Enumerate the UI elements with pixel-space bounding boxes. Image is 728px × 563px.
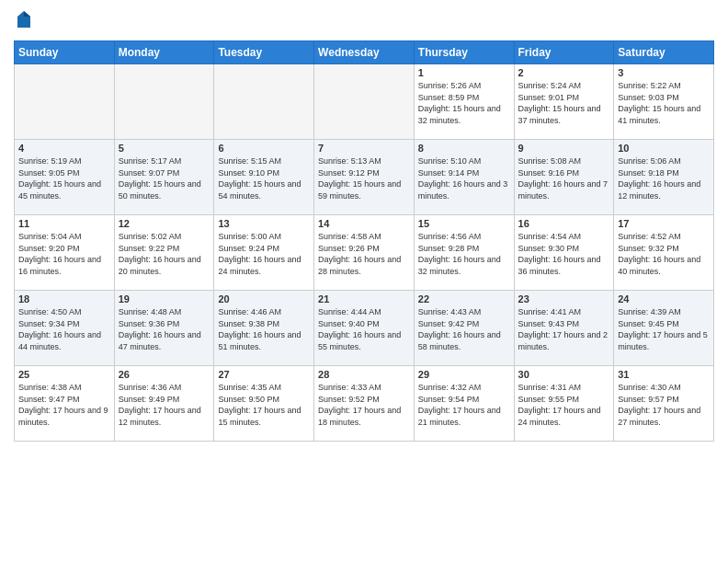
day-number: 17 bbox=[618, 218, 710, 229]
calendar-day: 21 Sunrise: 4:44 AM Sunset: 9:40 PM Dayl… bbox=[314, 291, 415, 366]
day-info: Sunrise: 4:32 AM Sunset: 9:54 PM Dayligh… bbox=[418, 382, 510, 428]
day-info: Sunrise: 5:10 AM Sunset: 9:14 PM Dayligh… bbox=[418, 155, 510, 201]
day-info: Sunrise: 5:04 AM Sunset: 9:20 PM Dayligh… bbox=[18, 231, 110, 277]
calendar-day bbox=[314, 64, 415, 140]
calendar-day: 25 Sunrise: 4:38 AM Sunset: 9:47 PM Dayl… bbox=[15, 366, 115, 442]
day-info: Sunrise: 4:30 AM Sunset: 9:57 PM Dayligh… bbox=[618, 382, 710, 428]
calendar-day: 11 Sunrise: 5:04 AM Sunset: 9:20 PM Dayl… bbox=[15, 215, 115, 291]
day-number: 9 bbox=[518, 143, 610, 154]
calendar-table: SundayMondayTuesdayWednesdayThursdayFrid… bbox=[14, 40, 714, 442]
day-number: 13 bbox=[218, 218, 310, 229]
day-number: 8 bbox=[418, 143, 510, 154]
day-number: 21 bbox=[318, 293, 410, 304]
day-info: Sunrise: 5:19 AM Sunset: 9:05 PM Dayligh… bbox=[18, 155, 110, 201]
day-info: Sunrise: 4:41 AM Sunset: 9:43 PM Dayligh… bbox=[518, 306, 610, 352]
svg-marker-1 bbox=[24, 11, 30, 17]
day-info: Sunrise: 5:00 AM Sunset: 9:24 PM Dayligh… bbox=[218, 231, 310, 277]
day-info: Sunrise: 5:26 AM Sunset: 8:59 PM Dayligh… bbox=[418, 80, 510, 126]
calendar-day: 1 Sunrise: 5:26 AM Sunset: 8:59 PM Dayli… bbox=[414, 64, 514, 140]
calendar-day: 12 Sunrise: 5:02 AM Sunset: 9:22 PM Dayl… bbox=[114, 215, 214, 291]
day-header-friday: Friday bbox=[514, 41, 614, 64]
day-number: 10 bbox=[618, 143, 710, 154]
calendar-header-row: SundayMondayTuesdayWednesdayThursdayFrid… bbox=[15, 41, 714, 64]
calendar-day: 28 Sunrise: 4:33 AM Sunset: 9:52 PM Dayl… bbox=[314, 366, 415, 442]
page: SundayMondayTuesdayWednesdayThursdayFrid… bbox=[0, 0, 728, 563]
day-number: 4 bbox=[18, 143, 110, 154]
calendar-day: 29 Sunrise: 4:32 AM Sunset: 9:54 PM Dayl… bbox=[414, 366, 514, 442]
calendar-day: 5 Sunrise: 5:17 AM Sunset: 9:07 PM Dayli… bbox=[114, 140, 214, 215]
calendar-day: 3 Sunrise: 5:22 AM Sunset: 9:03 PM Dayli… bbox=[614, 64, 714, 140]
calendar-day: 6 Sunrise: 5:15 AM Sunset: 9:10 PM Dayli… bbox=[214, 140, 314, 215]
day-info: Sunrise: 4:36 AM Sunset: 9:49 PM Dayligh… bbox=[119, 382, 210, 428]
calendar-day bbox=[15, 64, 115, 140]
day-info: Sunrise: 4:39 AM Sunset: 9:45 PM Dayligh… bbox=[618, 306, 710, 352]
day-number: 28 bbox=[318, 369, 410, 380]
calendar-day: 14 Sunrise: 4:58 AM Sunset: 9:26 PM Dayl… bbox=[314, 215, 415, 291]
calendar-day: 27 Sunrise: 4:35 AM Sunset: 9:50 PM Dayl… bbox=[214, 366, 314, 442]
calendar-day: 16 Sunrise: 4:54 AM Sunset: 9:30 PM Dayl… bbox=[514, 215, 614, 291]
day-info: Sunrise: 4:43 AM Sunset: 9:42 PM Dayligh… bbox=[418, 306, 510, 352]
calendar-day: 26 Sunrise: 4:36 AM Sunset: 9:49 PM Dayl… bbox=[114, 366, 214, 442]
day-header-monday: Monday bbox=[114, 41, 214, 64]
day-info: Sunrise: 4:50 AM Sunset: 9:34 PM Dayligh… bbox=[18, 306, 110, 352]
header bbox=[14, 9, 714, 33]
calendar-day: 30 Sunrise: 4:31 AM Sunset: 9:55 PM Dayl… bbox=[514, 366, 614, 442]
day-header-tuesday: Tuesday bbox=[214, 41, 314, 64]
day-header-sunday: Sunday bbox=[15, 41, 115, 64]
calendar-day: 24 Sunrise: 4:39 AM Sunset: 9:45 PM Dayl… bbox=[614, 291, 714, 366]
day-number: 14 bbox=[318, 218, 410, 229]
day-info: Sunrise: 5:06 AM Sunset: 9:18 PM Dayligh… bbox=[618, 155, 710, 201]
day-number: 2 bbox=[518, 67, 610, 78]
day-info: Sunrise: 5:08 AM Sunset: 9:16 PM Dayligh… bbox=[518, 155, 610, 201]
day-number: 1 bbox=[418, 67, 510, 78]
calendar-day: 22 Sunrise: 4:43 AM Sunset: 9:42 PM Dayl… bbox=[414, 291, 514, 366]
day-number: 26 bbox=[119, 369, 210, 380]
day-number: 18 bbox=[18, 293, 110, 304]
day-info: Sunrise: 5:24 AM Sunset: 9:01 PM Dayligh… bbox=[518, 80, 610, 126]
day-info: Sunrise: 5:13 AM Sunset: 9:12 PM Dayligh… bbox=[318, 155, 410, 201]
day-number: 31 bbox=[618, 369, 710, 380]
calendar-day: 9 Sunrise: 5:08 AM Sunset: 9:16 PM Dayli… bbox=[514, 140, 614, 215]
day-info: Sunrise: 5:02 AM Sunset: 9:22 PM Dayligh… bbox=[119, 231, 210, 277]
day-info: Sunrise: 4:46 AM Sunset: 9:38 PM Dayligh… bbox=[218, 306, 310, 352]
calendar-day: 15 Sunrise: 4:56 AM Sunset: 9:28 PM Dayl… bbox=[414, 215, 514, 291]
day-number: 19 bbox=[119, 293, 210, 304]
logo bbox=[14, 9, 32, 33]
day-info: Sunrise: 4:54 AM Sunset: 9:30 PM Dayligh… bbox=[518, 231, 610, 277]
calendar-day: 10 Sunrise: 5:06 AM Sunset: 9:18 PM Dayl… bbox=[614, 140, 714, 215]
calendar-day: 8 Sunrise: 5:10 AM Sunset: 9:14 PM Dayli… bbox=[414, 140, 514, 215]
day-number: 25 bbox=[18, 369, 110, 380]
day-number: 30 bbox=[518, 369, 610, 380]
day-number: 23 bbox=[518, 293, 610, 304]
day-info: Sunrise: 4:35 AM Sunset: 9:50 PM Dayligh… bbox=[218, 382, 310, 428]
day-number: 20 bbox=[218, 293, 310, 304]
calendar-day: 7 Sunrise: 5:13 AM Sunset: 9:12 PM Dayli… bbox=[314, 140, 415, 215]
day-number: 6 bbox=[218, 143, 310, 154]
logo-icon bbox=[16, 9, 32, 29]
day-number: 3 bbox=[618, 67, 710, 78]
calendar-day: 31 Sunrise: 4:30 AM Sunset: 9:57 PM Dayl… bbox=[614, 366, 714, 442]
day-number: 5 bbox=[119, 143, 210, 154]
day-info: Sunrise: 4:48 AM Sunset: 9:36 PM Dayligh… bbox=[119, 306, 210, 352]
day-info: Sunrise: 4:52 AM Sunset: 9:32 PM Dayligh… bbox=[618, 231, 710, 277]
calendar-day: 19 Sunrise: 4:48 AM Sunset: 9:36 PM Dayl… bbox=[114, 291, 214, 366]
day-number: 22 bbox=[418, 293, 510, 304]
day-info: Sunrise: 4:44 AM Sunset: 9:40 PM Dayligh… bbox=[318, 306, 410, 352]
calendar-day: 17 Sunrise: 4:52 AM Sunset: 9:32 PM Dayl… bbox=[614, 215, 714, 291]
day-info: Sunrise: 4:38 AM Sunset: 9:47 PM Dayligh… bbox=[18, 382, 110, 428]
calendar-day: 18 Sunrise: 4:50 AM Sunset: 9:34 PM Dayl… bbox=[15, 291, 115, 366]
calendar-day: 23 Sunrise: 4:41 AM Sunset: 9:43 PM Dayl… bbox=[514, 291, 614, 366]
day-number: 12 bbox=[119, 218, 210, 229]
calendar-week-2: 4 Sunrise: 5:19 AM Sunset: 9:05 PM Dayli… bbox=[15, 140, 714, 215]
calendar-day: 2 Sunrise: 5:24 AM Sunset: 9:01 PM Dayli… bbox=[514, 64, 614, 140]
day-number: 15 bbox=[418, 218, 510, 229]
day-number: 7 bbox=[318, 143, 410, 154]
day-number: 29 bbox=[418, 369, 510, 380]
day-number: 24 bbox=[618, 293, 710, 304]
calendar-day: 4 Sunrise: 5:19 AM Sunset: 9:05 PM Dayli… bbox=[15, 140, 115, 215]
day-header-thursday: Thursday bbox=[414, 41, 514, 64]
day-number: 11 bbox=[18, 218, 110, 229]
day-info: Sunrise: 5:17 AM Sunset: 9:07 PM Dayligh… bbox=[119, 155, 210, 201]
calendar-week-1: 1 Sunrise: 5:26 AM Sunset: 8:59 PM Dayli… bbox=[15, 64, 714, 140]
calendar-day bbox=[114, 64, 214, 140]
